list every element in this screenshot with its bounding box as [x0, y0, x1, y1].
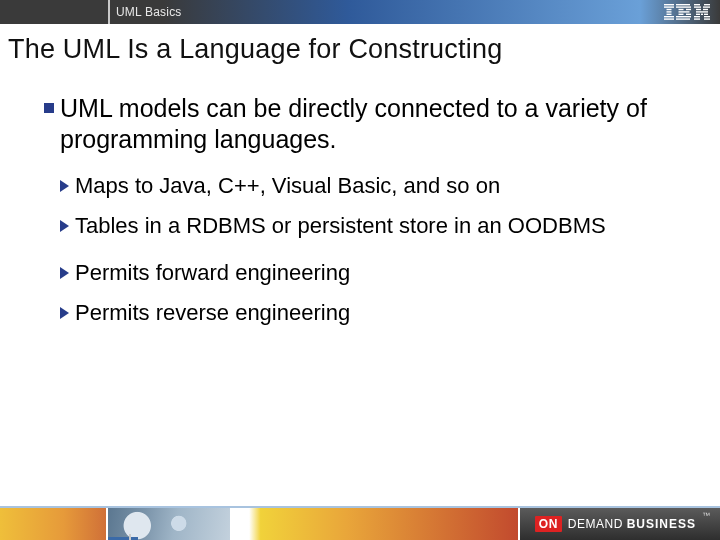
- svg-rect-8: [676, 6, 691, 7]
- slide-title: The UML Is a Language for Constructing: [8, 34, 706, 65]
- svg-rect-25: [704, 14, 708, 15]
- footer-photo-strip: [108, 508, 232, 540]
- svg-rect-4: [667, 14, 672, 15]
- brand-light: DEMAND: [568, 517, 627, 531]
- bullet-level2: Permits reverse engineering: [60, 299, 706, 327]
- svg-rect-19: [703, 6, 710, 7]
- sub-bullet-text: Permits forward engineering: [75, 259, 350, 287]
- svg-rect-12: [679, 14, 684, 15]
- svg-rect-10: [686, 9, 691, 10]
- svg-rect-22: [696, 11, 708, 12]
- svg-rect-26: [694, 16, 700, 17]
- slide-header: UML Basics: [0, 0, 720, 24]
- svg-rect-5: [664, 16, 674, 17]
- on-badge: ON: [535, 516, 562, 532]
- svg-rect-2: [667, 9, 672, 10]
- sub-bullet-text: Permits reverse engineering: [75, 299, 350, 327]
- header-right: [640, 0, 720, 24]
- svg-rect-27: [704, 16, 710, 17]
- bullet-level2: Permits forward engineering: [60, 259, 706, 287]
- slide: UML Basics: [0, 0, 720, 540]
- svg-rect-28: [694, 18, 700, 19]
- svg-rect-16: [694, 4, 700, 5]
- spacer: [60, 251, 706, 259]
- svg-rect-13: [686, 14, 691, 15]
- sub-bullet-text: Maps to Java, C++, Visual Basic, and so …: [75, 172, 500, 200]
- breadcrumb: UML Basics: [116, 5, 182, 19]
- svg-rect-29: [704, 18, 710, 19]
- arrow-bullet-icon: [60, 267, 69, 279]
- svg-rect-3: [667, 11, 672, 12]
- brand-bold: BUSINESS: [627, 517, 696, 531]
- header-mid: UML Basics: [110, 0, 640, 24]
- svg-rect-6: [664, 18, 674, 19]
- slide-body: The UML Is a Language for Constructing U…: [0, 24, 720, 506]
- svg-rect-20: [696, 9, 701, 10]
- svg-rect-24: [701, 14, 703, 15]
- svg-rect-0: [664, 4, 674, 5]
- svg-rect-23: [696, 14, 700, 15]
- square-bullet-icon: [44, 103, 54, 113]
- svg-rect-14: [676, 16, 691, 17]
- svg-rect-17: [704, 4, 710, 5]
- svg-rect-11: [679, 11, 690, 12]
- header-left-block: [0, 0, 108, 24]
- footer-accent-bar: [129, 534, 131, 540]
- sub-bullet-text: Tables in a RDBMS or persistent store in…: [75, 212, 606, 240]
- brand-text: DEMAND BUSINESS: [568, 517, 696, 531]
- trademark-icon: ™: [702, 511, 710, 520]
- arrow-bullet-icon: [60, 307, 69, 319]
- footer-left-block: [0, 508, 108, 540]
- bullet-text: UML models can be directly connected to …: [60, 93, 706, 154]
- footer-mid-gradient: [232, 508, 520, 540]
- svg-rect-9: [679, 9, 684, 10]
- slide-footer: ON DEMAND BUSINESS ™: [0, 506, 720, 540]
- bullet-level2: Tables in a RDBMS or persistent store in…: [60, 212, 706, 240]
- svg-rect-15: [676, 18, 690, 19]
- ibm-logo-icon: [664, 4, 710, 20]
- svg-rect-1: [664, 6, 674, 7]
- arrow-bullet-icon: [60, 220, 69, 232]
- arrow-bullet-icon: [60, 180, 69, 192]
- sub-bullet-list: Maps to Java, C++, Visual Basic, and so …: [60, 172, 706, 326]
- svg-rect-7: [676, 4, 690, 5]
- svg-rect-21: [703, 9, 708, 10]
- svg-rect-18: [694, 6, 701, 7]
- bullet-level1: UML models can be directly connected to …: [44, 93, 706, 154]
- footer-brand: ON DEMAND BUSINESS ™: [520, 508, 720, 540]
- bullet-level2: Maps to Java, C++, Visual Basic, and so …: [60, 172, 706, 200]
